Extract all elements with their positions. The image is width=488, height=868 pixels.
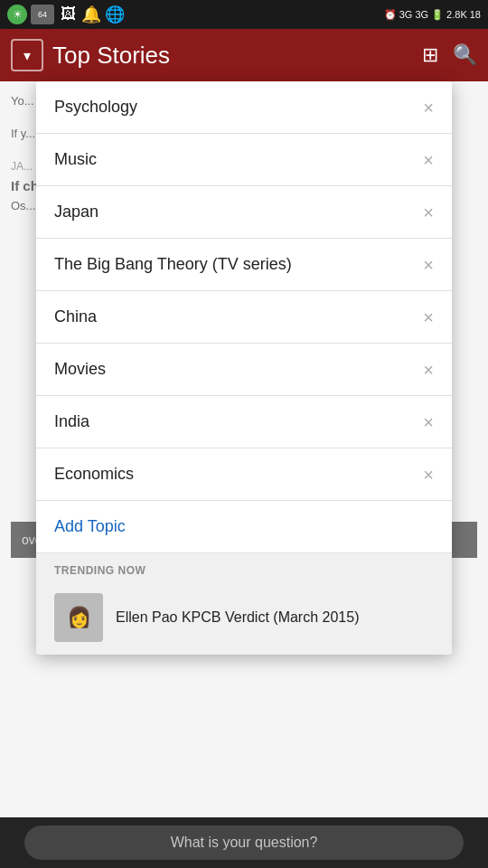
topic-label-music: Music: [54, 150, 97, 169]
trending-label-0: Ellen Pao KPCB Verdict (March 2015): [116, 608, 359, 627]
topic-item-music: Music ×: [36, 134, 452, 186]
topic-label-india: India: [54, 412, 89, 431]
status-bar-left: ☀ 64 🖼 🔔 🌐: [7, 5, 125, 24]
photo-icon: 🖼: [58, 5, 78, 24]
remove-japan-button[interactable]: ×: [423, 203, 434, 222]
chevron-down-icon: ▾: [23, 47, 31, 64]
question-input[interactable]: What is your question?: [24, 826, 464, 860]
header-right: ⊞ 🔍: [422, 43, 477, 67]
search-icon[interactable]: 🔍: [453, 43, 477, 67]
trending-item-0[interactable]: 👩 Ellen Pao KPCB Verdict (March 2015): [36, 584, 452, 655]
trending-section: TRENDING NOW 👩 Ellen Pao KPCB Verdict (M…: [36, 553, 452, 655]
topic-item-japan: Japan ×: [36, 186, 452, 239]
add-topic-row[interactable]: Add Topic: [36, 501, 452, 553]
page-title: Top Stories: [52, 42, 170, 70]
topic-label-japan: Japan: [54, 203, 99, 222]
remove-india-button[interactable]: ×: [423, 413, 434, 431]
status-bar: ☀ 64 🖼 🔔 🌐 ⏰ 3G 3G 🔋 2.8K 18: [0, 0, 488, 29]
trending-person-icon: 👩: [67, 606, 91, 629]
battery-icon: 🔋: [431, 9, 444, 21]
question-placeholder: What is your question?: [171, 835, 318, 851]
topic-label-psychology: Psychology: [54, 98, 137, 117]
data-speed: 2.8K: [446, 9, 467, 20]
remove-music-button[interactable]: ×: [423, 151, 434, 169]
signal-3g-1: 3G: [399, 9, 413, 20]
trending-thumb-0: 👩: [54, 593, 103, 642]
topic-item-psychology: Psychology ×: [36, 81, 452, 134]
remove-psychology-button[interactable]: ×: [423, 99, 434, 117]
topic-item-china: China ×: [36, 291, 452, 344]
header-left: ▾ Top Stories: [11, 39, 170, 71]
header: ▾ Top Stories ⊞ 🔍: [0, 29, 488, 81]
topic-label-economics: Economics: [54, 465, 134, 484]
topic-item-big-bang-theory: The Big Bang Theory (TV series) ×: [36, 239, 452, 291]
time: 18: [470, 9, 481, 20]
topic-label-movies: Movies: [54, 360, 106, 379]
signal-3g-2: 3G: [415, 9, 428, 20]
topic-label-big-bang-theory: The Big Bang Theory (TV series): [54, 255, 292, 274]
topic-item-economics: Economics ×: [36, 448, 452, 501]
dropdown-button[interactable]: ▾: [11, 39, 43, 71]
globe-icon: 🌐: [105, 5, 125, 24]
sun-icon: ☀: [7, 5, 27, 24]
topic-label-china: China: [54, 307, 97, 326]
remove-big-bang-button[interactable]: ×: [423, 256, 434, 274]
add-topic-button[interactable]: Add Topic: [54, 517, 126, 535]
remove-economics-button[interactable]: ×: [423, 466, 434, 484]
topics-overlay: Psychology × Music × Japan × The Big Ban…: [36, 81, 452, 655]
clock-icon: ⏰: [384, 9, 397, 21]
add-post-icon[interactable]: ⊞: [422, 43, 438, 67]
status-bar-right: ⏰ 3G 3G 🔋 2.8K 18: [384, 9, 481, 21]
remove-movies-button[interactable]: ×: [423, 361, 434, 379]
sd-icon: 64: [31, 5, 54, 24]
remove-china-button[interactable]: ×: [423, 308, 434, 326]
topic-item-india: India ×: [36, 396, 452, 448]
bottom-bar: What is your question?: [0, 817, 488, 868]
topic-item-movies: Movies ×: [36, 344, 452, 396]
trending-header: TRENDING NOW: [36, 553, 452, 584]
bell-icon: 🔔: [81, 5, 101, 24]
